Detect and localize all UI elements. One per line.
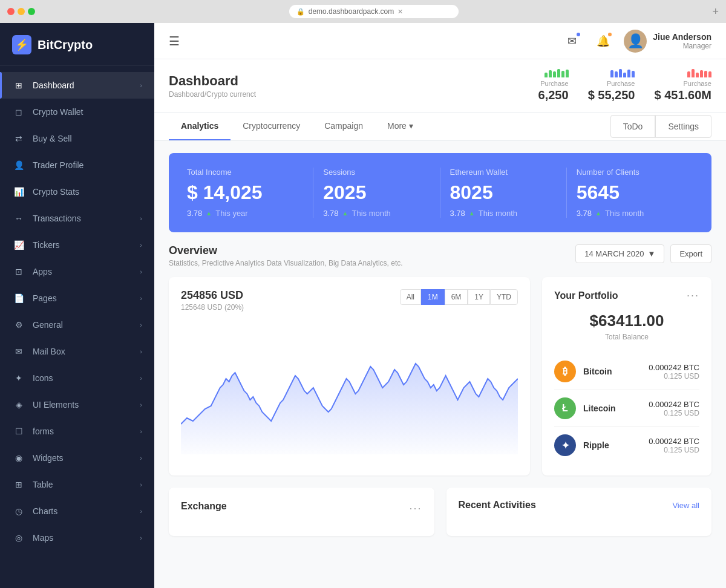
sidebar-item-tickers[interactable]: 📈 Tickers › <box>0 232 154 258</box>
bottom-card-action-0[interactable]: ... <box>409 500 422 512</box>
crypto-stats-icon: 📊 <box>12 185 25 198</box>
crypto-icon-xrp: ✦ <box>554 434 576 456</box>
sidebar-item-forms[interactable]: ☐ forms › <box>0 418 154 445</box>
sidebar-item-mailbox[interactable]: ✉ Mail Box › <box>0 338 154 365</box>
sidebar-label-icons: Icons <box>33 373 140 383</box>
maximize-dot[interactable] <box>28 8 35 15</box>
sidebar-item-apps[interactable]: ⊡ Apps › <box>0 258 154 285</box>
tab-campaign[interactable]: Campaign <box>312 113 375 140</box>
sidebar-item-crypto-stats[interactable]: 📊 Crypto Stats <box>0 178 154 205</box>
bar <box>615 71 618 77</box>
header-icons: ✉ 🔔 👤 Jiue Anderson Manager <box>561 30 711 53</box>
icons-icon: ✦ <box>12 371 25 385</box>
chart-card: 254856 USD 125648 USD (20%) All1M6M1YYTD <box>169 277 530 475</box>
sidebar-label-general: General <box>33 320 140 330</box>
sidebar-item-buy-sell[interactable]: ⇄ Buy & Sell <box>0 125 154 152</box>
portfolio-balance-label: Total Balance <box>554 333 699 341</box>
user-profile[interactable]: 👤 Jiue Anderson Manager <box>624 30 711 53</box>
price-chart <box>181 321 518 454</box>
up-arrow-icon: ▲ <box>595 210 601 217</box>
tab-analytics[interactable]: Analytics <box>169 113 231 140</box>
bottom-card-title-1: Recent Activities <box>459 500 673 511</box>
section-title: Overview <box>169 244 575 257</box>
bar <box>561 71 564 77</box>
stat-card-label-3: Number of Clients <box>577 168 684 177</box>
stat-card-value-2: 8025 <box>450 181 557 204</box>
mailbox-icon: ✉ <box>12 345 25 358</box>
address-clear-btn[interactable]: ✕ <box>397 8 403 16</box>
portfolio-card: Your Portfolio ··· $63411.00 Total Balan… <box>542 277 711 475</box>
new-tab-button[interactable]: + <box>712 5 719 18</box>
arrow-icon: › <box>140 295 142 302</box>
date-picker-button[interactable]: 14 MARCH 2020 ▼ <box>575 244 664 263</box>
browser-address-area: 🔒 demo.dashboardpack.com ✕ <box>40 5 707 18</box>
ui-elements-icon: ◈ <box>12 398 25 411</box>
sidebar-item-dashboard[interactable]: ⊞ Dashboard › <box>0 72 154 99</box>
sidebar-item-general[interactable]: ⚙ General › <box>0 312 154 338</box>
sidebar-label-apps: Apps <box>33 267 140 276</box>
sidebar-item-charts[interactable]: ◷ Charts › <box>0 498 154 524</box>
bottom-card-action-1[interactable]: View all <box>672 501 699 510</box>
filter-btn-1m[interactable]: 1M <box>421 289 445 305</box>
apps-icon: ⊡ <box>12 265 25 278</box>
sidebar-item-pages[interactable]: 📄 Pages › <box>0 285 154 312</box>
mail-button[interactable]: ✉ <box>561 30 583 52</box>
chart-amount: 254856 USD <box>181 289 400 302</box>
chart-subtitle-text: 125648 USD (20%) <box>181 303 400 312</box>
change-value: 3.78 <box>187 209 202 218</box>
tab-more[interactable]: More ▾ <box>375 113 425 140</box>
sidebar-item-ui-elements[interactable]: ◈ UI Elements › <box>0 391 154 418</box>
crypto-icon-ltc: Ł <box>554 397 576 419</box>
sidebar-item-table[interactable]: ⊞ Table › <box>0 471 154 498</box>
sidebar-item-trader-profile[interactable]: 👤 Trader Profile <box>0 152 154 178</box>
arrow-icon: › <box>140 241 142 249</box>
filter-btn-1y[interactable]: 1Y <box>468 289 490 305</box>
change-period: This month <box>479 209 517 218</box>
address-bar[interactable]: 🔒 demo.dashboardpack.com ✕ <box>289 5 459 18</box>
tab-cryptocurrency[interactable]: Cryptocurrency <box>231 113 312 140</box>
stat-value-1: $ 55,250 <box>588 88 635 102</box>
sidebar-item-transactions[interactable]: ↔ Transactions › <box>0 205 154 232</box>
stat-card-value-1: 2025 <box>323 181 430 204</box>
portfolio-more-button[interactable]: ··· <box>687 289 699 302</box>
stat-label-1: Purchase <box>607 80 635 87</box>
stat-chart-0 <box>544 69 569 77</box>
sidebar-item-icons[interactable]: ✦ Icons › <box>0 365 154 391</box>
notification-badge <box>607 31 613 38</box>
sidebar-label-forms: forms <box>33 426 140 436</box>
filter-btn-ytd[interactable]: YTD <box>490 289 518 305</box>
hamburger-button[interactable]: ☰ <box>169 34 180 48</box>
stat-card-label-2: Ethereum Wallet <box>450 168 557 177</box>
filter-btn-6m[interactable]: 6M <box>445 289 468 305</box>
filter-btn-all[interactable]: All <box>400 289 421 305</box>
arrow-icon: › <box>140 454 142 462</box>
bar <box>557 69 560 77</box>
minimize-dot[interactable] <box>18 8 25 15</box>
up-arrow-icon: ▲ <box>206 210 212 217</box>
tab-right-todo[interactable]: ToDo <box>610 115 656 138</box>
tabs-nav: AnalyticsCryptocurrencyCampaignMore ▾ <box>169 113 610 140</box>
charts-icon: ◷ <box>12 505 25 518</box>
bar <box>553 71 556 77</box>
stats-section: Total Income $ 14,025 3.78 ▲ This year S… <box>169 153 711 232</box>
sidebar-item-maps[interactable]: ◎ Maps › <box>0 524 154 551</box>
arrow-icon: › <box>140 534 142 541</box>
arrow-icon: › <box>140 348 142 355</box>
crypto-name-ltc: Litecoin <box>583 403 649 413</box>
sidebar-item-crypto-wallet[interactable]: ◻ Crypto Wallet <box>0 99 154 125</box>
sidebar-label-table: Table <box>33 480 140 489</box>
change-value: 3.78 <box>323 209 338 218</box>
export-button[interactable]: Export <box>670 244 711 263</box>
price-chart-svg <box>181 321 518 454</box>
arrow-icon: › <box>140 268 142 275</box>
sidebar-item-widgets[interactable]: ◉ Widgets › <box>0 445 154 471</box>
tab-right-settings[interactable]: Settings <box>655 115 711 138</box>
notification-button[interactable]: 🔔 <box>592 30 614 52</box>
change-value: 3.78 <box>577 209 592 218</box>
arrow-icon: › <box>140 321 142 328</box>
close-dot[interactable] <box>7 8 15 15</box>
bottom-section: Exchange ... Recent Activities View all <box>154 488 726 548</box>
stat-card-label-0: Total Income <box>187 168 303 177</box>
bar <box>549 70 552 77</box>
stat-label-2: Purchase <box>684 80 711 87</box>
